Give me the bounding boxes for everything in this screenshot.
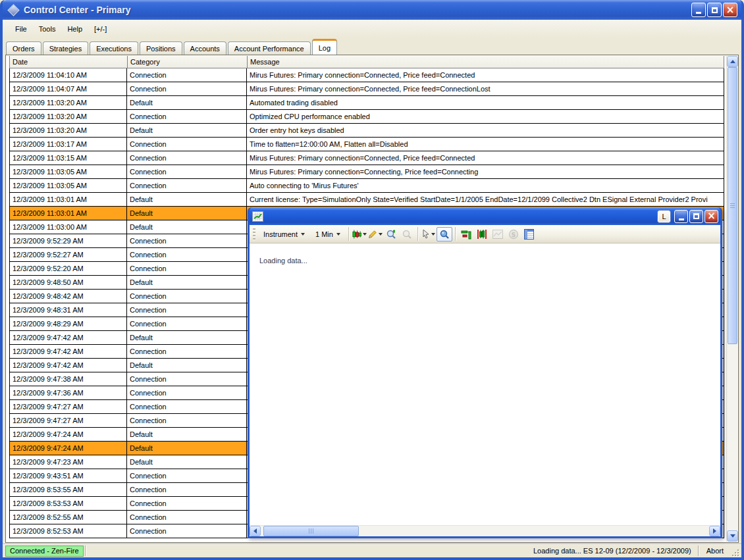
scroll-down-button[interactable]	[727, 530, 738, 542]
chart-window[interactable]: L × Instrument 1 Min	[248, 207, 722, 538]
cell-date: 12/3/2009 8:52:55 AM	[10, 511, 127, 524]
menu-item-file[interactable]: File	[9, 22, 33, 36]
table-row[interactable]: 12/3/2009 11:04:10 AMConnectionMirus Fut…	[9, 68, 724, 82]
cell-date: 12/3/2009 11:03:05 AM	[10, 165, 127, 179]
chart-toolbar: Instrument 1 Min	[250, 225, 720, 243]
cell-date: 12/3/2009 11:03:05 AM	[10, 179, 127, 193]
cell-cat: Connection	[127, 165, 247, 179]
chart-trader-icon[interactable]	[474, 227, 490, 242]
cell-cat: Connection	[127, 483, 247, 497]
close-button[interactable]: ×	[723, 3, 737, 17]
toolbar-separator	[455, 227, 456, 241]
strategies-icon[interactable]: S	[506, 227, 521, 242]
cell-date: 12/3/2009 9:52:29 AM	[10, 234, 127, 248]
title-bar[interactable]: Control Center - Primary ×	[3, 0, 741, 20]
table-row[interactable]: 12/3/2009 11:03:20 AMDefaultAutomated tr…	[9, 96, 724, 110]
cell-msg: Mirus Futures: Primary connection=Connec…	[247, 165, 724, 179]
cell-date: 12/3/2009 9:43:51 AM	[10, 469, 127, 483]
chart-maximize-button[interactable]	[689, 210, 703, 223]
cursor-icon[interactable]	[421, 227, 437, 242]
cell-cat: Default	[127, 276, 247, 290]
column-header-category[interactable]: Category	[128, 56, 248, 68]
maximize-icon	[693, 213, 699, 219]
table-row[interactable]: 12/3/2009 11:04:07 AMConnectionMirus Fut…	[9, 82, 724, 96]
scroll-up-button[interactable]	[727, 56, 738, 67]
minimize-button[interactable]	[691, 3, 706, 17]
column-header-date[interactable]: Date	[10, 56, 128, 68]
arrow-right-icon	[713, 528, 716, 534]
data-box-icon[interactable]	[437, 227, 452, 242]
cell-date: 12/3/2009 9:52:20 AM	[10, 262, 127, 276]
table-row[interactable]: 12/3/2009 11:03:01 AMDefaultCurrent lice…	[9, 193, 724, 207]
minimize-icon	[679, 218, 684, 220]
cell-date: 12/3/2009 8:52:53 AM	[10, 524, 127, 538]
data-grid-icon[interactable]	[521, 227, 537, 242]
interval-dropdown[interactable]: 1 Min	[310, 228, 346, 241]
cell-cat: Connection	[127, 110, 247, 124]
cell-cat: Connection	[127, 68, 247, 82]
chart-style-icon[interactable]	[352, 227, 367, 242]
cell-cat: Connection	[127, 414, 247, 428]
table-row[interactable]: 12/3/2009 11:03:20 AMConnectionOptimized…	[9, 110, 724, 124]
chart-minimize-button[interactable]	[674, 210, 688, 223]
tab-accounts[interactable]: Accounts	[184, 41, 226, 55]
tab-executions[interactable]: Executions	[90, 41, 138, 55]
instrument-label: Instrument	[263, 230, 298, 238]
table-row[interactable]: 12/3/2009 11:03:15 AMConnectionMirus Fut…	[9, 151, 724, 165]
scroll-left-button[interactable]	[250, 526, 261, 536]
column-header-message[interactable]: Message	[248, 56, 724, 68]
markers-icon[interactable]	[458, 227, 474, 242]
instrument-dropdown[interactable]: Instrument	[258, 228, 310, 241]
log-vertical-scrollbar[interactable]	[726, 56, 737, 542]
cell-date: 12/3/2009 9:48:50 AM	[10, 276, 127, 290]
resize-grip[interactable]	[731, 548, 739, 557]
table-row[interactable]: 12/3/2009 11:03:20 AMDefaultOrder entry …	[9, 124, 724, 138]
snapshot-icon[interactable]	[490, 227, 506, 242]
interval-label: 1 Min	[315, 230, 333, 238]
chevron-down-icon	[336, 233, 340, 236]
cell-date: 12/3/2009 9:47:42 AM	[10, 331, 127, 345]
close-icon: ×	[726, 5, 735, 15]
app-diamond-icon	[7, 4, 19, 16]
tab-positions[interactable]: Positions	[140, 41, 182, 55]
chart-horizontal-scrollbar[interactable]	[250, 525, 720, 536]
tab-account-performance[interactable]: Account Performance	[228, 41, 311, 55]
zoom-in-icon[interactable]	[383, 227, 399, 242]
cell-cat: Default	[127, 455, 247, 469]
zoom-out-icon[interactable]	[399, 227, 415, 242]
tab-strategies[interactable]: Strategies	[43, 41, 89, 55]
chart-loading-text: Loading data...	[259, 257, 307, 265]
cell-cat: Connection	[127, 372, 247, 386]
cell-date: 12/3/2009 11:04:10 AM	[10, 68, 127, 82]
cell-date: 12/3/2009 9:47:27 AM	[10, 400, 127, 414]
scroll-thumb[interactable]	[728, 67, 737, 344]
menu-item-help[interactable]: Help	[61, 22, 88, 36]
link-button[interactable]: L	[658, 211, 670, 222]
scroll-right-button[interactable]	[709, 526, 720, 536]
cell-cat: Connection	[127, 386, 247, 400]
chart-area[interactable]: Loading data...	[250, 243, 720, 525]
toolbar-grip-icon[interactable]	[253, 228, 255, 240]
draw-tool-icon[interactable]	[367, 227, 383, 242]
cell-date: 12/3/2009 9:48:42 AM	[10, 290, 127, 303]
menu-item-[interactable]: [+/-]	[88, 22, 113, 36]
window-title: Control Center - Primary	[24, 5, 691, 15]
maximize-button[interactable]	[707, 3, 722, 17]
table-row[interactable]: 12/3/2009 11:03:05 AMConnectionAuto conn…	[9, 179, 724, 193]
table-row[interactable]: 12/3/2009 11:03:17 AMConnectionTime to f…	[9, 138, 724, 151]
cell-date: 12/3/2009 11:03:01 AM	[10, 193, 127, 207]
cell-msg: Order entry hot keys disabled	[247, 124, 724, 138]
cell-msg: Auto connecting to 'Mirus Futures'	[247, 179, 724, 193]
table-row[interactable]: 12/3/2009 11:03:05 AMConnectionMirus Fut…	[9, 165, 724, 179]
cell-date: 12/3/2009 9:52:27 AM	[10, 248, 127, 262]
scroll-thumb[interactable]	[263, 526, 359, 536]
cell-msg: Current license: Type=SimulationOnly Sta…	[247, 193, 724, 207]
chart-title-bar[interactable]: L ×	[250, 207, 720, 225]
tab-log[interactable]: Log	[312, 39, 337, 55]
menu-item-tools[interactable]: Tools	[33, 22, 62, 36]
chart-close-button[interactable]: ×	[704, 210, 718, 223]
cell-cat: Connection	[127, 400, 247, 414]
scroll-grip-icon	[730, 203, 735, 209]
tab-orders[interactable]: Orders	[6, 41, 41, 55]
abort-button[interactable]: Abort	[701, 546, 730, 557]
